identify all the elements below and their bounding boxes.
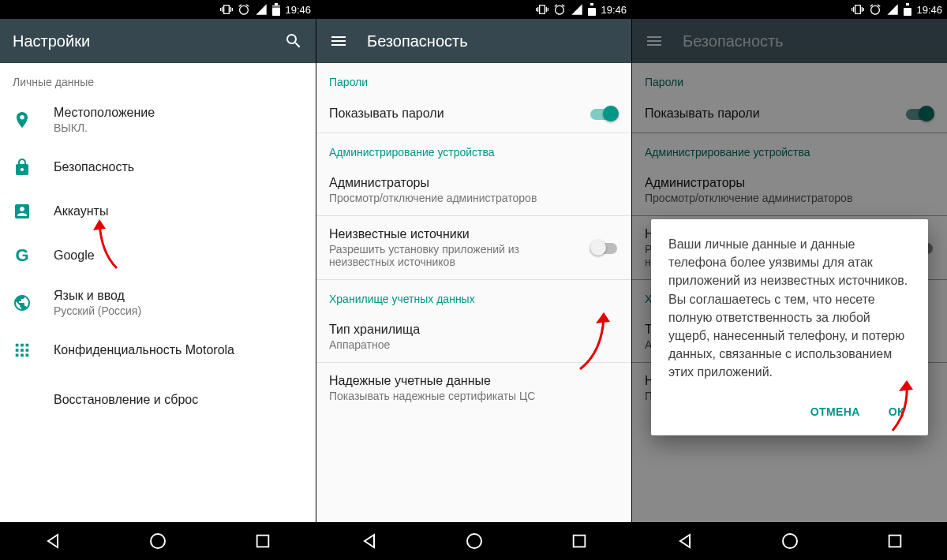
svg-rect-10 xyxy=(26,354,29,357)
signal-icon xyxy=(886,3,899,16)
row-title: Показывать пароли xyxy=(329,106,581,121)
toggle-unknown-sources[interactable] xyxy=(590,240,619,256)
svg-rect-17 xyxy=(904,8,911,16)
section-credstore: Хранилище учетных данных xyxy=(316,280,631,312)
vibrate-icon xyxy=(852,3,864,16)
row-trusted[interactable]: Надежные учетные данные Показывать надеж… xyxy=(316,363,631,413)
toggle-show-passwords[interactable] xyxy=(590,106,619,121)
item-sub: ВЫКЛ. xyxy=(54,121,303,134)
status-bar: 19:46 xyxy=(632,0,947,19)
item-google[interactable]: G Google xyxy=(0,233,316,278)
svg-rect-8 xyxy=(16,354,19,357)
nav-home[interactable] xyxy=(148,531,168,551)
alarm-icon xyxy=(238,3,250,16)
navbar xyxy=(316,522,631,560)
item-security[interactable]: Безопасность xyxy=(0,145,316,189)
signal-icon xyxy=(571,3,583,16)
row-sub: Разрешить установку приложений из неизве… xyxy=(329,243,581,268)
svg-point-11 xyxy=(151,534,165,548)
status-time: 19:46 xyxy=(601,4,627,16)
item-title: Аккаунты xyxy=(54,204,303,218)
status-bar: 19:46 xyxy=(316,0,631,19)
svg-point-15 xyxy=(467,534,481,548)
item-restore[interactable]: Восстановление и сброс xyxy=(0,372,316,416)
svg-rect-6 xyxy=(21,349,24,352)
navbar xyxy=(632,522,947,560)
security-list-dimmed: Пароли Показывать пароли Администрирован… xyxy=(632,63,947,522)
menu-icon xyxy=(645,32,664,50)
nav-back[interactable] xyxy=(675,531,695,551)
row-title: Надежные учетные данные xyxy=(329,374,619,388)
svg-rect-14 xyxy=(590,3,593,6)
ok-button[interactable]: ОК xyxy=(884,401,909,423)
section-personal: Личные данные xyxy=(0,63,316,95)
language-icon xyxy=(13,293,32,312)
status-time: 19:46 xyxy=(285,4,311,16)
cancel-button[interactable]: ОТМЕНА xyxy=(806,401,865,423)
settings-list: Личные данные Местоположение ВЫКЛ. Безоп… xyxy=(0,63,316,522)
lock-icon xyxy=(13,158,32,177)
vibrate-icon xyxy=(536,3,548,16)
item-language[interactable]: Язык и ввод Русский (Россия) xyxy=(0,278,316,328)
battery-icon xyxy=(904,3,911,16)
vibrate-icon xyxy=(220,3,233,16)
item-privacy[interactable]: Конфиденциальность Motorola xyxy=(0,328,316,372)
status-bar: 19:46 xyxy=(0,0,316,19)
svg-rect-20 xyxy=(889,536,900,547)
nav-back[interactable] xyxy=(43,531,63,551)
screen-security-dialog: 19:46 Безопасность Пароли Показывать пар… xyxy=(631,0,947,560)
battery-icon xyxy=(272,3,280,16)
nav-recent[interactable] xyxy=(885,531,905,551)
item-sub: Русский (Россия) xyxy=(54,304,303,317)
svg-rect-9 xyxy=(21,354,24,357)
confirm-dialog: Ваши личные данные и данные телефона бол… xyxy=(651,219,928,435)
security-list: Пароли Показывать пароли Администрирован… xyxy=(316,63,631,522)
privacy-icon xyxy=(13,341,32,360)
google-icon: G xyxy=(13,246,32,265)
navbar xyxy=(0,522,316,560)
account-icon xyxy=(13,202,32,221)
svg-rect-16 xyxy=(573,536,585,547)
item-accounts[interactable]: Аккаунты xyxy=(0,189,316,233)
item-title: Восстановление и сброс xyxy=(54,393,303,407)
screen-security: 19:46 Безопасность Пароли Показывать пар… xyxy=(316,0,631,560)
row-show-passwords[interactable]: Показывать пароли xyxy=(316,95,631,133)
item-location[interactable]: Местоположение ВЫКЛ. xyxy=(0,95,316,145)
toolbar: Безопасность xyxy=(632,19,947,63)
svg-point-19 xyxy=(783,534,797,548)
item-title: Конфиденциальность Motorola xyxy=(54,343,303,357)
nav-home[interactable] xyxy=(464,531,485,551)
svg-rect-13 xyxy=(588,8,596,16)
search-icon[interactable] xyxy=(284,32,303,50)
svg-rect-7 xyxy=(26,349,29,352)
svg-rect-18 xyxy=(906,3,909,6)
nav-recent[interactable] xyxy=(569,531,590,551)
nav-recent[interactable] xyxy=(253,531,273,551)
svg-rect-12 xyxy=(257,536,269,547)
dialog-text: Ваши личные данные и данные телефона бол… xyxy=(668,235,911,382)
row-sub: Аппаратное xyxy=(329,338,619,351)
row-unknown-sources[interactable]: Неизвестные источники Разрешить установк… xyxy=(316,216,631,279)
location-icon xyxy=(13,110,32,129)
alarm-icon xyxy=(869,3,881,16)
row-sub: Просмотр/отключение администраторов xyxy=(329,192,619,204)
nav-back[interactable] xyxy=(359,531,380,551)
svg-rect-5 xyxy=(16,349,19,352)
row-title: Неизвестные источники xyxy=(329,227,581,241)
item-title: Местоположение xyxy=(54,106,303,120)
row-title: Тип хранилища xyxy=(329,323,619,337)
svg-rect-2 xyxy=(16,344,19,347)
row-admins[interactable]: Администраторы Просмотр/отключение админ… xyxy=(316,165,631,215)
row-storage-type[interactable]: Тип хранилища Аппаратное xyxy=(316,312,631,362)
battery-icon xyxy=(588,3,596,16)
item-title: Google xyxy=(54,248,303,263)
row-title: Администраторы xyxy=(329,176,619,190)
menu-icon[interactable] xyxy=(329,32,348,50)
nav-home[interactable] xyxy=(780,531,800,551)
page-title: Безопасность xyxy=(683,32,934,50)
signal-icon xyxy=(255,3,268,16)
alarm-icon xyxy=(553,3,566,16)
page-title: Настройки xyxy=(13,32,265,50)
row-sub: Показывать надежные сертификаты ЦС xyxy=(329,390,619,402)
screen-settings: 19:46 Настройки Личные данные Местополож… xyxy=(0,0,316,560)
